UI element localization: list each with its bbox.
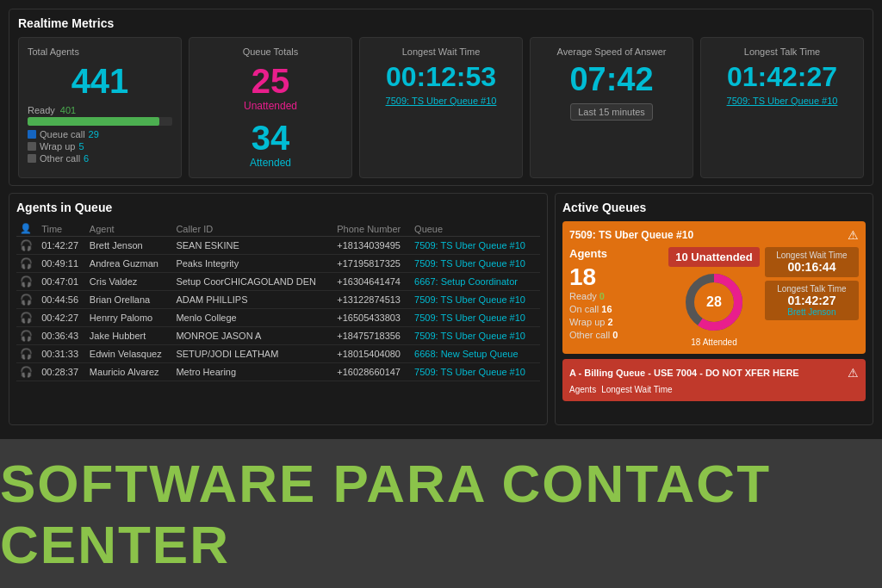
longest-talk-card: Longest Talk Time 01:42:27 7509: TS Uber… (700, 37, 864, 178)
table-row: 🎧 00:47:01 Cris Valdez Setup CoorCHICAGO… (16, 273, 540, 291)
table-row: 🎧 00:31:33 Edwin Velasquez SETUP/JODI LE… (16, 345, 540, 363)
metrics-cards: Total Agents 441 Ready 401 Queue call 29 (18, 37, 864, 178)
row-phone: +18475718356 (333, 327, 411, 345)
qc-longest-wait: Longest Wait Time 00:16:44 (765, 247, 859, 277)
qc-agents-label: Agents (569, 247, 663, 260)
agents-queue-table: 👤 Time Agent Caller ID Phone Number Queu… (16, 221, 540, 381)
row-icon: 🎧 (16, 237, 38, 255)
wrap-up-row: Wrap up 5 (28, 141, 172, 152)
row-caller: Metro Hearing (172, 363, 333, 381)
queue-call-row: Queue call 29 (28, 129, 172, 139)
total-agents-card: Total Agents 441 Ready 401 Queue call 29 (18, 37, 182, 178)
qc-right-1: Longest Wait Time 00:16:44 Longest Talk … (765, 247, 859, 347)
table-row: 🎧 00:44:56 Brian Orellana ADAM PHILLIPS … (16, 291, 540, 309)
agent-link[interactable]: Brett Jenson (770, 307, 854, 317)
longest-wait-card: Longest Wait Time 00:12:53 7509: TS Uber… (359, 37, 523, 178)
ready-progress-fill (28, 117, 159, 126)
qc-agents-value: 18 (569, 263, 663, 291)
queue-call-dot (28, 130, 36, 139)
row-queue: 7509: TS Uber Queue #10 (411, 237, 540, 255)
ready-progress-bar (28, 117, 172, 126)
row-time: 00:28:37 (38, 363, 86, 381)
row-time: 00:47:01 (38, 273, 86, 291)
col-agent: Agent (86, 221, 173, 237)
queue-card-1: 7509: TS Uber Queue #10 ⚠ Agents 18 Read… (562, 221, 866, 354)
row-time: 00:49:11 (38, 255, 86, 273)
queue-card-1-header: 7509: TS Uber Queue #10 ⚠ (569, 228, 859, 242)
ready-label: Ready 401 (28, 105, 172, 115)
agents-queue-title: Agents in Queue (16, 201, 540, 214)
row-phone: +18015404080 (333, 345, 411, 363)
total-agents-title: Total Agents (28, 46, 172, 57)
queue-card-1-body: Agents 18 Ready 0 On call 16 Wrap up 2 O… (569, 247, 859, 347)
col-queue: Queue (411, 221, 540, 237)
qc-wrapup: Wrap up 2 (569, 317, 663, 327)
row-queue: 7509: TS Uber Queue #10 (411, 327, 540, 345)
row-phone: +17195817325 (333, 255, 411, 273)
row-time: 01:42:27 (38, 237, 86, 255)
row-caller: ADAM PHILLIPS (172, 291, 333, 309)
row-icon: 🎧 (16, 291, 38, 309)
col-time: Time (38, 221, 86, 237)
longest-wait-title: Longest Wait Time (369, 46, 513, 57)
agents-queue-section: Agents in Queue 👤 Time Agent Caller ID P… (9, 193, 548, 425)
table-row: 🎧 01:42:27 Brett Jenson SEAN ESKINE +181… (16, 237, 540, 255)
realtime-metrics-title: Realtime Metrics (18, 16, 864, 30)
row-agent: Cris Valdez (86, 273, 173, 291)
row-caller: Menlo College (172, 309, 333, 327)
row-caller: SETUP/JODI LEATHAM (172, 345, 333, 363)
attended-label-1: 18 Attended (691, 337, 736, 347)
table-header-row: 👤 Time Agent Caller ID Phone Number Queu… (16, 221, 540, 237)
donut-chart: 28 (684, 272, 744, 336)
longest-talk-queue-link[interactable]: 7509: TS Uber Queue #10 (710, 96, 854, 106)
qc2-wait: Longest Wait Time (601, 385, 672, 394)
avg-speed-dropdown[interactable]: Last 15 minutes (570, 103, 653, 121)
ready-bar-wrap: Ready 401 (28, 105, 172, 126)
unattended-label: Unattended (198, 100, 343, 112)
total-agents-value: 441 (28, 62, 172, 100)
row-icon: 🎧 (16, 345, 38, 363)
svg-text:28: 28 (706, 294, 722, 309)
row-time: 00:42:27 (38, 309, 86, 327)
row-icon: 🎧 (16, 255, 38, 273)
queue-card-2-body: Agents Longest Wait Time (569, 385, 859, 394)
wrap-up-dot (28, 142, 36, 151)
unattended-badge: 10 Unattended (668, 247, 760, 267)
row-icon: 🎧 (16, 273, 38, 291)
footer-text: SOFTWARE PARA CONTACT CENTER (0, 453, 882, 575)
realtime-metrics-section: Realtime Metrics Total Agents 441 Ready … (9, 9, 873, 186)
warning-icon-1: ⚠ (848, 228, 859, 242)
queue-card-2-header: A - Billing Queue - USE 7004 - DO NOT XF… (569, 366, 859, 380)
other-call-dot (28, 154, 36, 163)
row-queue: 6668: New Setup Queue (411, 345, 540, 363)
longest-talk-title: Longest Talk Time (710, 46, 854, 57)
row-caller: SEAN ESKINE (172, 237, 333, 255)
row-caller: MONROE JASON A (172, 327, 333, 345)
avg-speed-value: 07:42 (539, 62, 684, 98)
row-time: 00:44:56 (38, 291, 86, 309)
row-time: 00:36:43 (38, 327, 86, 345)
row-agent: Mauricio Alvarez (86, 363, 173, 381)
table-row: 🎧 00:42:27 Henrry Palomo Menlo College +… (16, 309, 540, 327)
active-queues-title: Active Queues (562, 201, 866, 214)
row-icon: 🎧 (16, 363, 38, 381)
row-phone: +16505433803 (333, 309, 411, 327)
queue-card-2-title: A - Billing Queue - USE 7004 - DO NOT XF… (569, 368, 799, 378)
qc-left-1: Agents 18 Ready 0 On call 16 Wrap up 2 O… (569, 247, 663, 347)
footer: SOFTWARE PARA CONTACT CENTER (0, 439, 882, 588)
col-caller: Caller ID (172, 221, 333, 237)
row-phone: +16304641474 (333, 273, 411, 291)
row-agent: Edwin Velasquez (86, 345, 173, 363)
warning-icon-2: ⚠ (848, 366, 859, 380)
qc2-agents: Agents (569, 385, 596, 394)
row-agent: Jake Hubbert (86, 327, 173, 345)
qc-longest-talk: Longest Talk Time 01:42:27 Brett Jenson (765, 281, 859, 320)
queue-totals-title: Queue Totals (198, 46, 343, 57)
row-caller: Setup CoorCHICAGOLAND DEN (172, 273, 333, 291)
other-call-row: Other call 6 (28, 153, 172, 164)
attended-value: 34 (198, 119, 343, 157)
longest-wait-queue-link[interactable]: 7509: TS Uber Queue #10 (369, 96, 513, 106)
unattended-value: 25 (198, 62, 343, 100)
queue-card-2: A - Billing Queue - USE 7004 - DO NOT XF… (562, 359, 866, 401)
table-row: 🎧 00:28:37 Mauricio Alvarez Metro Hearin… (16, 363, 540, 381)
